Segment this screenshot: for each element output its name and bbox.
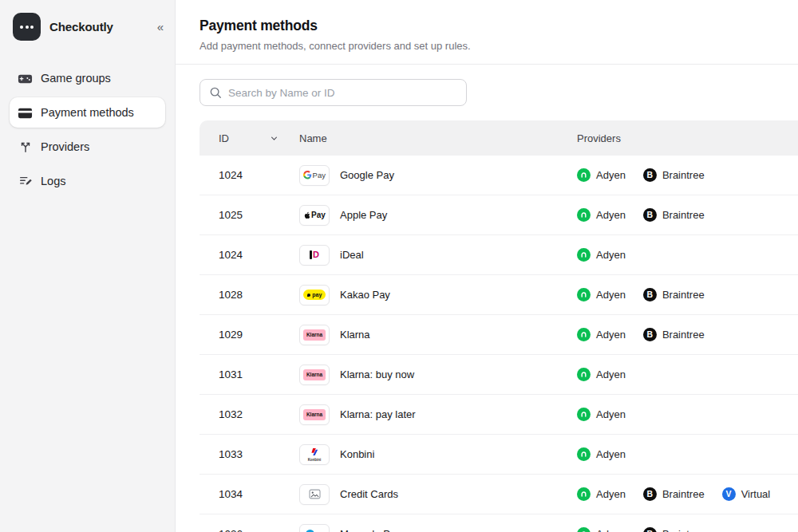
provider-label: Adyen <box>596 169 626 181</box>
payment-method-name: Apple Pay <box>340 209 387 221</box>
adyen-provider-icon <box>577 208 591 222</box>
sidebar-collapse-button[interactable]: « <box>157 21 164 33</box>
kakaopay-logo: pay <box>299 285 330 305</box>
payment-method-name-cell: Credit Cards <box>299 484 577 505</box>
sidebar-item-label: Providers <box>41 140 89 153</box>
payment-method-name: iDeal <box>340 249 364 261</box>
sidebar-item-payment-methods[interactable]: Payment methods <box>10 97 165 128</box>
gpay-logo: Pay <box>299 165 330 186</box>
payment-method-id: 1033 <box>219 448 299 460</box>
app-title: Checkoutly <box>49 20 113 33</box>
klarna-logo: Klarna <box>299 365 330 385</box>
provider-chip: Adyen <box>577 248 626 262</box>
sidebar-item-game-groups[interactable]: Game groups <box>10 63 165 93</box>
adyen-provider-icon <box>577 447 591 461</box>
payment-method-name-cell: payKakao Pay <box>299 285 577 305</box>
providers-cell: AdyenBBraintree <box>577 208 705 222</box>
payment-method-id: 1024 <box>219 249 299 261</box>
provider-label: Adyen <box>596 368 626 380</box>
chevron-down-icon[interactable] <box>269 133 279 144</box>
search-box[interactable] <box>200 79 467 106</box>
adyen-provider-icon <box>577 487 591 501</box>
table-row[interactable]: 1024PayGoogle PayAdyenBBraintree <box>200 156 798 195</box>
payment-method-name-cell: DiDeal <box>299 245 577 266</box>
sidebar-item-logs[interactable]: Logs <box>10 166 165 196</box>
provider-chip: VVirtual <box>722 487 771 501</box>
sidebar-item-label: Game groups <box>41 72 111 85</box>
search-icon <box>209 86 222 99</box>
table-body: 1024PayGoogle PayAdyenBBraintree1025PayA… <box>200 156 798 532</box>
payment-method-name: Konbini <box>340 448 374 460</box>
payment-method-id: 1031 <box>219 368 299 380</box>
page-subtitle: Add payment methods, connect providers a… <box>200 40 774 52</box>
providers-cell: Adyen <box>577 447 626 461</box>
provider-chip: Adyen <box>577 447 626 461</box>
provider-label: Braintree <box>662 289 705 301</box>
search-input[interactable] <box>228 87 457 99</box>
content-area: ID Name Providers 1024PayGoogle PayAdyen… <box>176 65 798 532</box>
payment-method-name-cell: KlarnaKlarna: buy now <box>299 365 577 385</box>
providers-cell: Adyen <box>577 368 626 381</box>
table-row[interactable]: 1036mpMercado PagoAdyenBBraintree <box>200 514 798 532</box>
provider-label: Braintree <box>662 169 705 181</box>
table-header: ID Name Providers <box>200 120 798 156</box>
braintree-provider-icon: B <box>643 527 657 532</box>
provider-chip: BBraintree <box>643 527 705 532</box>
payment-method-name-cell: KonbiniKonbini <box>299 444 577 465</box>
app-logo-icon <box>13 13 41 41</box>
provider-label: Adyen <box>596 289 626 301</box>
table-row[interactable]: 1034Credit CardsAdyenBBraintreeVVirtual <box>200 475 798 514</box>
payment-method-id: 1028 <box>219 289 299 301</box>
adyen-provider-icon <box>577 288 591 301</box>
provider-label: Braintree <box>662 488 705 500</box>
braintree-provider-icon: B <box>643 208 657 222</box>
column-header-id[interactable]: ID <box>219 132 299 144</box>
table-row[interactable]: 1024DiDealAdyen <box>200 235 798 275</box>
payment-method-id: 1036 <box>219 528 299 532</box>
payment-method-name: Klarna: pay later <box>340 408 416 420</box>
column-header-providers: Providers <box>577 132 621 144</box>
braintree-provider-icon: B <box>643 288 657 301</box>
adyen-provider-icon <box>577 248 591 262</box>
table-row[interactable]: 1033KonbiniKonbiniAdyen <box>200 435 798 475</box>
provider-label: Braintree <box>662 528 705 532</box>
payment-method-id: 1024 <box>219 169 299 181</box>
providers-cell: AdyenBBraintreeVVirtual <box>577 487 770 501</box>
provider-chip: BBraintree <box>643 288 705 301</box>
payment-method-name: Google Pay <box>340 169 394 181</box>
table-row[interactable]: 1032KlarnaKlarna: pay laterAdyen <box>200 395 798 435</box>
ideal-logo: D <box>299 245 330 266</box>
sidebar-item-providers[interactable]: Providers <box>10 132 165 162</box>
providers-cell: AdyenBBraintree <box>577 288 705 301</box>
payment-method-id: 1034 <box>219 488 299 500</box>
provider-label: Braintree <box>662 209 705 221</box>
provider-label: Braintree <box>662 329 705 341</box>
provider-label: Adyen <box>596 329 626 341</box>
page-header: Payment methods Add payment methods, con… <box>176 0 798 65</box>
provider-chip: Adyen <box>577 168 626 182</box>
provider-chip: Adyen <box>577 288 626 301</box>
table-row[interactable]: 1031KlarnaKlarna: buy nowAdyen <box>200 355 798 395</box>
adyen-provider-icon <box>577 328 591 341</box>
adyen-provider-icon <box>577 168 591 182</box>
payment-method-name: Mercado Pago <box>340 528 408 532</box>
payment-method-name-cell: mpMercado Pago <box>299 524 577 532</box>
column-header-name: Name <box>299 132 577 144</box>
providers-cell: AdyenBBraintree <box>577 328 705 341</box>
main-content: Payment methods Add payment methods, con… <box>176 0 798 532</box>
provider-chip: BBraintree <box>643 328 705 341</box>
payment-method-name: Klarna: buy now <box>340 368 414 380</box>
provider-chip: BBraintree <box>643 168 705 182</box>
payment-method-id: 1025 <box>219 209 299 221</box>
payment-method-name: Credit Cards <box>340 488 398 500</box>
provider-label: Virtual <box>741 488 771 500</box>
table-row[interactable]: 1028payKakao PayAdyenBBraintree <box>200 275 798 315</box>
gamepad-icon <box>18 71 33 86</box>
konbini-logo: Konbini <box>299 444 330 465</box>
adyen-provider-icon <box>577 408 591 421</box>
table-row[interactable]: 1025PayApple PayAdyenBBraintree <box>200 195 798 235</box>
sidebar: Checkoutly « Game groupsPayment methodsP… <box>0 0 176 532</box>
page-title: Payment methods <box>200 18 774 34</box>
table-row[interactable]: 1029KlarnaKlarnaAdyenBBraintree <box>200 315 798 355</box>
klarna-logo: Klarna <box>299 325 330 345</box>
